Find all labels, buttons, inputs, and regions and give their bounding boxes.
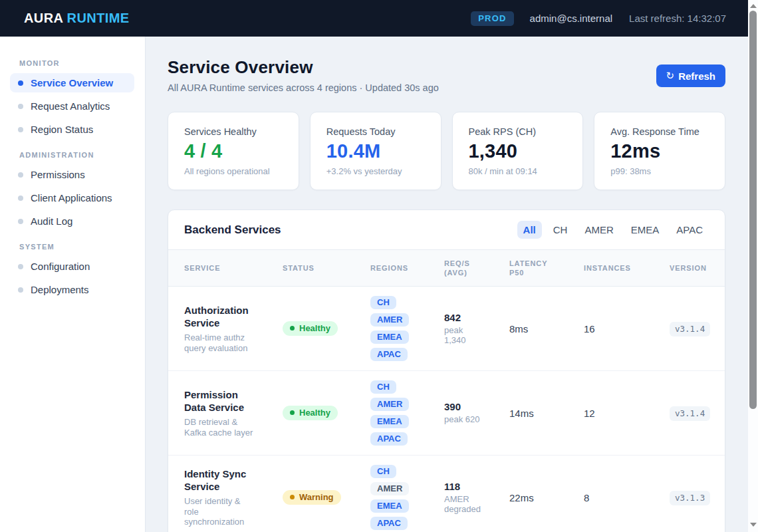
main-content: Service Overview All AURA Runtime servic… — [146, 37, 748, 532]
region-filter-tabs: All CH AMER EMEA APAC — [517, 221, 709, 239]
bullet-dot-icon — [18, 127, 23, 132]
service-description: DB retrieval & Kafka cache layer — [184, 417, 255, 438]
reqs-cell: 390 peak 620 — [436, 371, 501, 456]
sidebar-item-permissions[interactable]: Permissions — [10, 165, 134, 184]
bullet-dot-icon — [18, 196, 23, 201]
app-viewport: AURA RUNTIME PROD admin@cs.internal Last… — [0, 0, 748, 532]
service-name: Identity Sync Service — [184, 467, 255, 493]
stat-footnote: p99: 38ms — [610, 166, 709, 176]
reqs-note: AMER degraded — [444, 494, 484, 515]
panel-header: Backend Services All CH AMER EMEA APAC — [168, 210, 725, 249]
sidebar-item-region-status[interactable]: Region Status — [10, 120, 134, 139]
stat-label: Avg. Response Time — [610, 126, 709, 137]
refresh-button-label: Refresh — [678, 70, 715, 82]
service-description: User identity & role synchronization — [184, 496, 255, 527]
sidebar-item-client-applications[interactable]: Client Applications — [10, 188, 134, 207]
regions-cell: CH AMER EMEA APAC — [362, 456, 436, 532]
status-label: Warning — [299, 492, 334, 502]
main-header-text: Service Overview All AURA Runtime servic… — [168, 57, 439, 93]
stat-card-peak-rps: Peak RPS (CH) 1,340 80k / min at 09:14 — [452, 112, 584, 190]
status-dot-icon — [290, 410, 295, 415]
filter-tab-emea[interactable]: EMEA — [625, 221, 666, 239]
filter-tab-ch[interactable]: CH — [547, 221, 574, 239]
latency-cell: 8ms — [501, 287, 576, 371]
refresh-button[interactable]: ↻ Refresh — [656, 65, 725, 87]
sidebar-item-label: Configuration — [31, 261, 90, 272]
filter-tab-all[interactable]: All — [517, 221, 542, 239]
status-dot-icon — [290, 326, 295, 331]
vertical-scrollbar[interactable] — [748, 0, 758, 532]
sidebar-item-audit-log[interactable]: Audit Log — [10, 211, 134, 231]
version-cell: v3.1.4 — [662, 287, 725, 371]
page-subtitle: All AURA Runtime services across 4 regio… — [168, 82, 439, 93]
sidebar-item-label: Permissions — [31, 169, 85, 180]
service-cell: Permission Data Service DB retrieval & K… — [168, 371, 275, 456]
sidebar-item-service-overview[interactable]: Service Overview — [10, 73, 134, 92]
sidebar-item-label: Request Analytics — [31, 100, 110, 112]
region-chip-amer: AMER — [370, 398, 409, 411]
status-cell: Healthy — [275, 371, 362, 456]
stat-card-requests-today: Requests Today 10.4M +3.2% vs yesterday — [310, 112, 442, 190]
service-row-identity-sync-service: Identity Sync Service User identity & ro… — [168, 456, 725, 532]
version-cell: v3.1.3 — [662, 456, 725, 532]
scrollbar-up-arrow-icon[interactable] — [750, 4, 757, 8]
region-chip-stack: CH AMER EMEA APAC — [370, 380, 428, 446]
stat-footnote: +3.2% vs yesterday — [326, 166, 425, 176]
stat-card-avg-response-time: Avg. Response Time 12ms p99: 38ms — [594, 112, 725, 190]
region-chip-ch: CH — [370, 465, 396, 478]
regions-cell: CH AMER EMEA APAC — [362, 371, 436, 456]
sidebar-item-label: Audit Log — [31, 215, 72, 227]
column-header-instances: Instances — [576, 250, 662, 287]
region-chip-emea: EMEA — [370, 331, 409, 344]
sidebar-item-request-analytics[interactable]: Request Analytics — [10, 96, 134, 116]
main-header: Service Overview All AURA Runtime servic… — [168, 57, 725, 93]
status-badge: Warning — [283, 490, 341, 505]
scrollbar-thumb[interactable] — [749, 11, 757, 409]
sidebar-item-label: Deployments — [31, 284, 89, 295]
refresh-icon: ↻ — [666, 70, 675, 82]
region-chip-apac: APAC — [370, 517, 408, 530]
scrollbar-down-arrow-icon[interactable] — [750, 523, 757, 527]
filter-tab-apac[interactable]: APAC — [670, 221, 709, 239]
bullet-dot-icon — [18, 264, 23, 269]
bullet-dot-icon — [18, 80, 23, 86]
backend-services-panel: Backend Services All CH AMER EMEA APAC — [168, 209, 725, 532]
reqs-cell: 118 AMER degraded — [436, 456, 501, 532]
services-table: Service Status Regions Req/s (avg) Laten… — [168, 249, 725, 532]
column-header-latency: Latency P50 — [501, 250, 576, 287]
latency-cell: 14ms — [501, 371, 576, 456]
stat-footnote: 80k / min at 09:14 — [469, 166, 567, 176]
sidebar-section-label: SYSTEM — [19, 243, 134, 251]
service-row-permission-data-service: Permission Data Service DB retrieval & K… — [168, 371, 725, 456]
status-badge: Healthy — [283, 406, 338, 420]
reqs-note: peak 1,340 — [444, 325, 484, 346]
stat-value: 1,340 — [469, 140, 567, 162]
services-table-body: Authorization Service Real-time authz qu… — [168, 287, 725, 532]
column-header-version: Version — [662, 250, 725, 287]
logged-in-user: admin@cs.internal — [530, 13, 612, 24]
sidebar-section-administration: ADMINISTRATION Permissions Client Applic… — [10, 151, 134, 231]
status-label: Healthy — [299, 408, 330, 418]
status-dot-icon — [290, 495, 295, 499]
app-logo: AURA RUNTIME — [24, 11, 130, 26]
sidebar-section-label: ADMINISTRATION — [19, 151, 134, 159]
sidebar-section-label: MONITOR — [19, 59, 134, 67]
sidebar-item-deployments[interactable]: Deployments — [10, 280, 134, 299]
region-chip-emea: EMEA — [370, 415, 409, 428]
service-cell: Identity Sync Service User identity & ro… — [168, 456, 275, 532]
filter-tab-amer[interactable]: AMER — [578, 221, 619, 239]
sidebar-item-label: Client Applications — [31, 192, 112, 203]
version-badge: v3.1.4 — [670, 406, 710, 421]
region-chip-ch: CH — [370, 296, 396, 309]
stat-label: Services Healthy — [184, 126, 283, 137]
sidebar-item-configuration[interactable]: Configuration — [10, 257, 134, 276]
reqs-value: 842 — [444, 312, 484, 323]
bullet-dot-icon — [18, 219, 23, 224]
sidebar-item-label: Service Overview — [31, 77, 113, 88]
region-chip-apac: APAC — [370, 348, 408, 361]
version-cell: v3.1.4 — [662, 371, 725, 456]
region-chip-amer-degraded: AMER — [370, 482, 409, 495]
stat-label: Requests Today — [326, 126, 425, 137]
reqs-value: 118 — [444, 481, 484, 492]
service-row-authorization-service: Authorization Service Real-time authz qu… — [168, 287, 725, 371]
